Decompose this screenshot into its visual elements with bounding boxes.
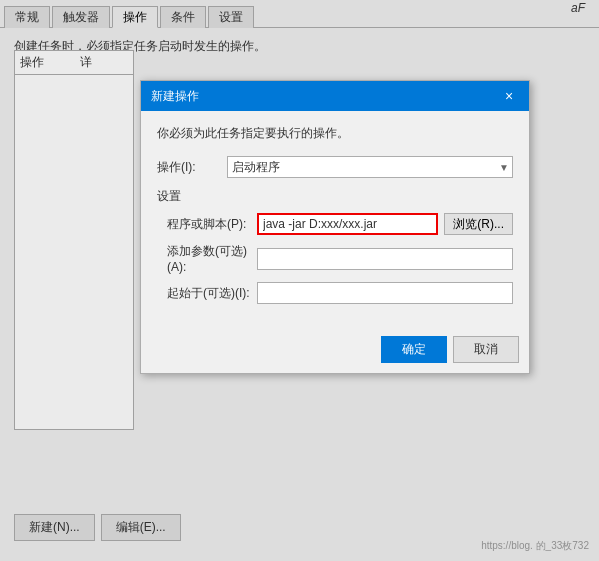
browse-button[interactable]: 浏览(R)... (444, 213, 513, 235)
ok-button[interactable]: 确定 (381, 336, 447, 363)
action-label: 操作(I): (157, 159, 227, 176)
modal-title-bar: 新建操作 × (141, 81, 529, 111)
modal-body: 你必须为此任务指定要执行的操作。 操作(I): 启动程序 ▼ 设置 程序或脚本(… (141, 111, 529, 330)
cancel-button[interactable]: 取消 (453, 336, 519, 363)
start-label: 起始于(可选)(I): (167, 285, 257, 302)
action-select-wrapper: 启动程序 ▼ (227, 156, 513, 178)
program-row: 程序或脚本(P): 浏览(R)... (157, 213, 513, 235)
modal-description: 你必须为此任务指定要执行的操作。 (157, 125, 513, 142)
action-select[interactable]: 启动程序 (227, 156, 513, 178)
params-label: 添加参数(可选)(A): (167, 243, 257, 274)
settings-label: 设置 (157, 188, 513, 205)
main-window: 常规 触发器 操作 条件 设置 aF 创建任务时，必须指定任务启动时发生的操作。… (0, 0, 599, 561)
modal-footer: 确定 取消 (141, 330, 529, 373)
modal-title: 新建操作 (151, 88, 199, 105)
action-row: 操作(I): 启动程序 ▼ (157, 156, 513, 178)
modal-close-button[interactable]: × (499, 86, 519, 106)
program-label: 程序或脚本(P): (167, 216, 257, 233)
settings-section: 设置 程序或脚本(P): 浏览(R)... 添加参数(可选)(A): 起始于(可… (157, 188, 513, 304)
program-input[interactable] (257, 213, 438, 235)
params-row: 添加参数(可选)(A): (157, 243, 513, 274)
start-input[interactable] (257, 282, 513, 304)
start-row: 起始于(可选)(I): (157, 282, 513, 304)
new-action-dialog: 新建操作 × 你必须为此任务指定要执行的操作。 操作(I): 启动程序 ▼ 设置 (140, 80, 530, 374)
params-input[interactable] (257, 248, 513, 270)
